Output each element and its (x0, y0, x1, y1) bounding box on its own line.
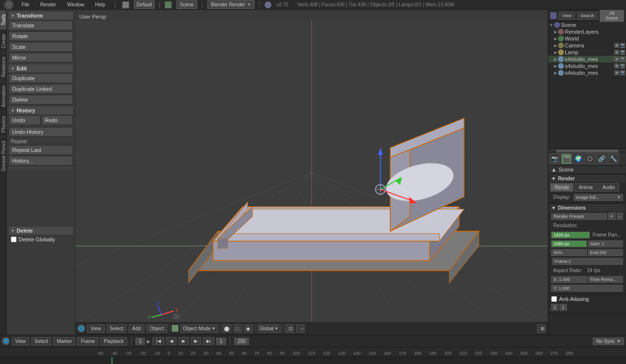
tab-animation[interactable]: Animation (0, 81, 6, 111)
play-btn[interactable]: ▶ (179, 337, 189, 345)
anim-tab[interactable]: Anima (574, 183, 597, 192)
tree-item-mesh1[interactable]: ▶ s4studio_mes 👁 📷 (548, 56, 626, 63)
timeline-select-btn[interactable]: Select (31, 337, 52, 345)
viewport-object-btn[interactable]: Object (146, 324, 167, 333)
delete-globally-checkbox[interactable] (11, 236, 17, 242)
duplicate-button[interactable]: Duplicate (9, 73, 73, 83)
timeline-playback-btn[interactable]: Playback (100, 337, 127, 345)
translate-button[interactable]: Translate (9, 21, 73, 30)
viewport-add-btn[interactable]: Add (129, 324, 144, 333)
timeline-ruler[interactable]: -50 -40 -30 -20 -10 0 10 20 30 40 50 60 … (0, 347, 626, 357)
dimensions-header[interactable]: ▼ Dimensions (549, 204, 625, 212)
history-header[interactable]: ▼ History (9, 107, 73, 114)
tree-item-renderlayers[interactable]: ▶ RenderLayers (548, 28, 626, 35)
manipulator-btn[interactable]: ↔ (296, 324, 305, 333)
prev-frame-btn[interactable]: ◀ (166, 337, 177, 345)
redo-button[interactable]: Redo (42, 115, 73, 125)
constraints-icon[interactable]: 🔗 (596, 153, 607, 164)
scene-props-icon2: ▲ (551, 167, 557, 172)
res-y-input[interactable]: 1080 px (551, 240, 587, 247)
presets-add-btn[interactable]: + (608, 213, 616, 220)
tree-item-camera[interactable]: ▶ Camera 👁 📷 (548, 42, 626, 49)
tab-physics[interactable]: Physics (0, 111, 6, 136)
start-frame-field[interactable]: 1 (135, 338, 145, 345)
menu-window[interactable]: Window (64, 1, 88, 8)
engine-selector[interactable]: Blender Render ▼ (207, 0, 254, 9)
render-shading-btn[interactable]: ◉ (244, 324, 253, 333)
aa-checkbox[interactable] (551, 296, 557, 302)
presets-dropdown[interactable]: Render Presets (551, 213, 607, 220)
render-icon-btn[interactable]: 🎬 (561, 153, 572, 164)
world-props-icon[interactable]: 🌍 (573, 153, 583, 164)
menu-help[interactable]: Help (92, 1, 109, 8)
res-x-input[interactable]: 1920 px (551, 232, 590, 238)
sync-dropdown[interactable]: No Sync ▼ (593, 338, 624, 345)
timeline-marker-btn[interactable]: Marker (53, 337, 75, 345)
tree-item-lamp[interactable]: ▶ Lamp 👁 📷 (548, 49, 626, 56)
undo-history-button[interactable]: Undo History (9, 127, 73, 137)
wire-shading-btn[interactable]: □ (233, 324, 242, 333)
orientation-dropdown[interactable]: Global ▼ (257, 324, 281, 333)
next-frame-btn[interactable]: ▶ (191, 337, 201, 345)
menu-render[interactable]: Render (37, 1, 59, 8)
tab-grease-pencil[interactable]: Grease Pencil (0, 136, 6, 175)
jump-start-btn[interactable]: |◀ (153, 337, 164, 345)
layout-name[interactable]: Default (134, 0, 155, 9)
scene-name[interactable]: Scene (177, 0, 197, 9)
outliner-scrollbar[interactable] (548, 149, 626, 152)
aspect-x-field[interactable]: X: 1.000 (551, 276, 587, 283)
repeat-last-button[interactable]: Repeat Last (9, 145, 73, 155)
render-section-header[interactable]: ▼ Render (549, 175, 625, 182)
delete-section-header[interactable]: ▼ Delete (9, 227, 73, 235)
mode-dropdown[interactable]: Object Mode ▼ (180, 324, 218, 333)
frame-field[interactable]: Frame:1 (552, 258, 623, 265)
object-props-icon[interactable]: ⬡ (584, 153, 595, 164)
solid-shading-btn[interactable]: ⬤ (223, 324, 231, 333)
timeline-frame-btn[interactable]: Frame (77, 337, 98, 345)
render-tab[interactable]: Rende (550, 183, 573, 192)
tab-create[interactable]: Create (0, 29, 6, 52)
scene-props-icon[interactable]: 📷 (549, 153, 560, 164)
menu-file[interactable]: File (19, 1, 32, 8)
tree-item-mesh3[interactable]: ▶ s4studio_mes 👁 📷 (548, 69, 626, 76)
aa-val2[interactable]: 1 (559, 304, 567, 311)
duplicate-linked-button[interactable]: Duplicate Linked (9, 84, 73, 94)
outliner-allscene-btn[interactable]: All Scene (600, 10, 624, 22)
end-frame-field[interactable]: 250 (234, 338, 249, 345)
edit-header[interactable]: ▼ Edit (9, 64, 73, 72)
rotate-button[interactable]: Rotate (9, 31, 73, 41)
timeline-view-btn[interactable]: View (12, 337, 29, 345)
timeline-content[interactable] (0, 357, 626, 364)
jump-end-btn[interactable]: ▶| (203, 337, 214, 345)
presets-remove-btn[interactable]: - (617, 213, 623, 220)
transform-header[interactable]: ▼ Transform (9, 12, 73, 20)
viewport-select-btn[interactable]: Select (107, 324, 127, 333)
undo-button[interactable]: Undo (9, 115, 41, 125)
aspect-y-field[interactable]: Y: 1.000 (551, 285, 623, 292)
res-pct-field[interactable]: 50% (551, 249, 587, 256)
mirror-button[interactable]: Mirror (9, 53, 73, 63)
viewport[interactable]: User Persp (75, 10, 548, 335)
display-dropdown[interactable]: Image Edi... ▼ (574, 194, 623, 201)
tab-tools[interactable]: Tools (0, 10, 6, 29)
audio-tab[interactable]: Audio (598, 183, 620, 192)
history-btn[interactable]: History... (9, 156, 73, 166)
tab-relations[interactable]: Relations (0, 52, 6, 81)
tree-item-mesh2[interactable]: ▶ s4studio_mes 👁 📷 (548, 63, 626, 69)
current-frame-field[interactable]: 1 (216, 338, 226, 345)
start-field[interactable]: Start: 1 (588, 240, 624, 247)
viewport-view-btn[interactable]: View (87, 324, 105, 333)
outliner-view-btn[interactable]: View (559, 12, 575, 20)
tree-item-world[interactable]: ▶ World (548, 35, 626, 42)
modifier-icon[interactable]: 🔧 (608, 153, 619, 164)
timeline-playhead (112, 357, 112, 364)
snap-btn[interactable]: ⊡ (285, 324, 294, 333)
delete-button[interactable]: Delete (9, 95, 73, 105)
tree-item-scene[interactable]: ▼ Scene (548, 21, 626, 28)
outliner-search-btn[interactable]: Search (577, 12, 598, 20)
time-remaining: Time Rema... (588, 276, 624, 283)
aa-val1[interactable]: 1 (551, 304, 559, 311)
viewport-options-btn[interactable]: ⊞ (537, 324, 546, 333)
scale-button[interactable]: Scale (9, 42, 73, 52)
end-field[interactable]: End:250 (588, 249, 624, 256)
